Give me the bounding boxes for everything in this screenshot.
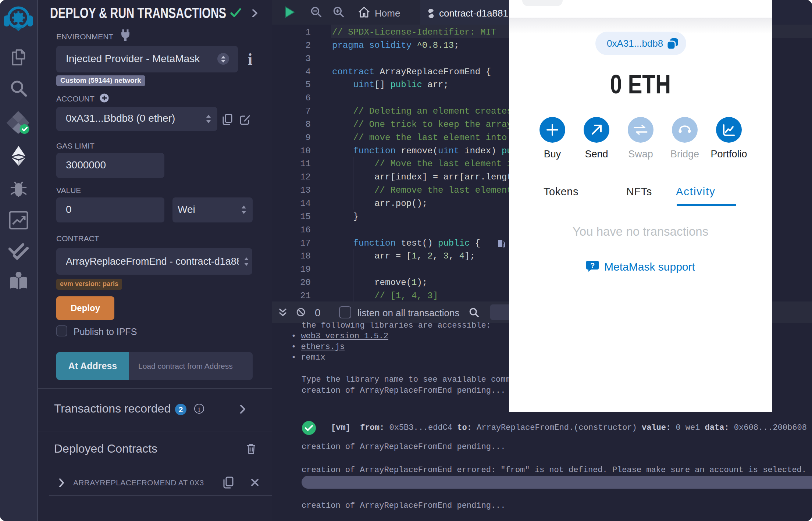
svg-text:?: ? [590,261,595,270]
